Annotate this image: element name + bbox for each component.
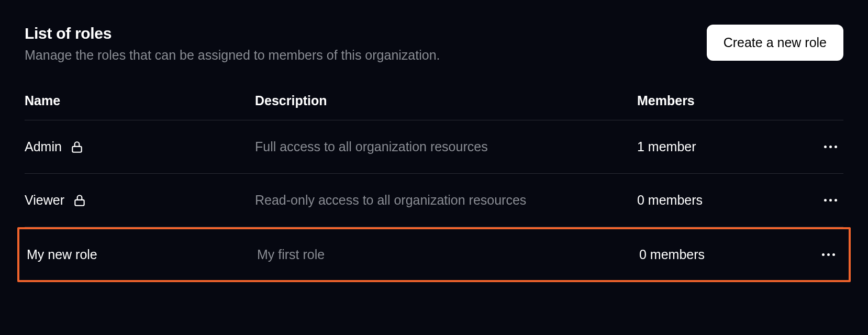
- column-header-description: Description: [255, 93, 637, 108]
- create-role-button[interactable]: Create a new role: [707, 25, 843, 61]
- more-horizontal-icon: [822, 253, 835, 256]
- role-name: My new role: [27, 247, 97, 262]
- role-members-count: 1 member: [637, 139, 768, 154]
- page-subtitle: Manage the roles that can be assigned to…: [25, 48, 440, 63]
- more-horizontal-icon: [824, 146, 837, 148]
- table-row[interactable]: ViewerRead-only access to all organizati…: [25, 174, 843, 227]
- page-header: List of roles Manage the roles that can …: [25, 25, 843, 63]
- role-description: My first role: [257, 247, 639, 262]
- header-text-block: List of roles Manage the roles that can …: [25, 25, 440, 63]
- table-header-row: Name Description Members: [25, 84, 843, 120]
- column-header-name: Name: [25, 93, 255, 108]
- more-options-button[interactable]: [821, 196, 840, 205]
- more-options-button[interactable]: [821, 142, 840, 151]
- page-title: List of roles: [25, 25, 440, 42]
- role-name: Viewer: [25, 193, 64, 208]
- role-actions-cell: [768, 142, 843, 151]
- role-description: Read-only access to all organization res…: [255, 193, 637, 208]
- role-actions-cell: [768, 196, 843, 205]
- role-name-cell: Admin: [25, 139, 255, 154]
- svg-rect-1: [75, 199, 84, 205]
- role-description: Full access to all organization resource…: [255, 139, 637, 154]
- svg-rect-0: [72, 146, 81, 152]
- role-actions-cell: [770, 250, 841, 259]
- column-header-actions: [768, 93, 843, 108]
- table-row[interactable]: My new roleMy first role0 members: [17, 227, 851, 282]
- role-members-count: 0 members: [639, 247, 770, 262]
- more-horizontal-icon: [824, 199, 837, 202]
- roles-table: Name Description Members AdminFull acces…: [25, 84, 843, 282]
- lock-icon: [73, 194, 86, 207]
- role-name-cell: My new role: [27, 247, 257, 262]
- role-members-count: 0 members: [637, 193, 768, 208]
- column-header-members: Members: [637, 93, 768, 108]
- role-name-cell: Viewer: [25, 193, 255, 208]
- lock-icon: [70, 140, 84, 154]
- role-name: Admin: [25, 139, 62, 154]
- more-options-button[interactable]: [819, 250, 838, 259]
- table-row[interactable]: AdminFull access to all organization res…: [25, 120, 843, 174]
